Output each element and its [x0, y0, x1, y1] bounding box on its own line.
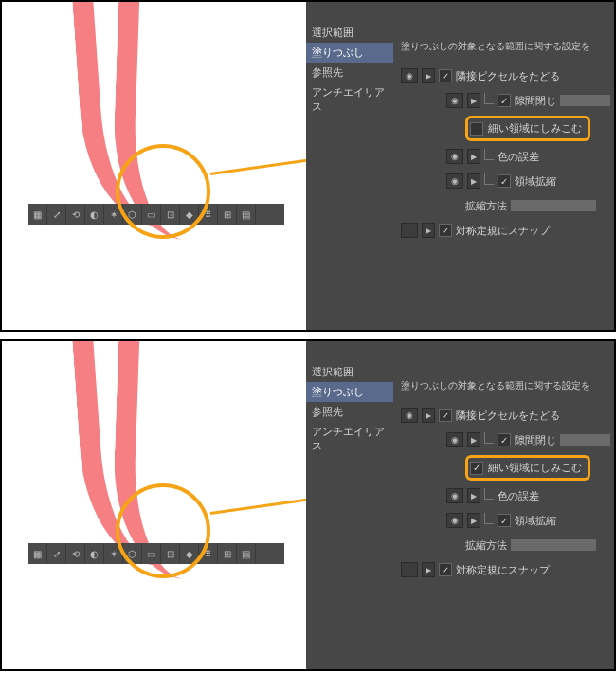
setting-row: ◉ ▶ 色の誤差 — [446, 486, 610, 505]
visibility-toggle[interactable]: ◉ — [401, 408, 418, 423]
checkbox[interactable]: ✓ — [439, 409, 452, 422]
visibility-toggle[interactable]: ◉ — [401, 68, 418, 83]
expand-toggle[interactable]: ▶ — [467, 93, 480, 108]
nav-item-fill[interactable]: 塗りつぶし — [306, 382, 393, 402]
nav-item-antialias[interactable]: アンチエイリアス — [306, 82, 393, 117]
setting-row-highlighted: 細い領域にしみこむ — [465, 116, 610, 141]
checkbox-seep-narrow[interactable]: ✓ — [470, 462, 483, 475]
setting-row: ◉ ▶ ✓ 隙間閉じ — [446, 91, 610, 110]
tool-icon[interactable]: ▤ — [237, 543, 256, 564]
setting-label: 隙間閉じ — [515, 94, 556, 108]
settings-list: ◉ ▶ ✓ 隣接ピクセルをたどる ◉ ▶ ✓ 隙間閉じ 細い領域にしみこむ — [401, 66, 610, 246]
tool-icon[interactable]: ▤ — [237, 204, 256, 225]
nav-item-selection[interactable]: 選択範囲 — [306, 362, 393, 382]
setting-label: 隣接ピクセルをたどる — [456, 409, 560, 423]
visibility-toggle[interactable]: ◉ — [446, 93, 463, 108]
tool-property-panel: 選択範囲 塗りつぶし 参照先 アンチエイリアス 塗りつぶしの対象となる範囲に関す… — [306, 2, 614, 332]
tool-icon[interactable]: ⟲ — [66, 543, 85, 564]
expand-toggle[interactable]: ▶ — [422, 68, 435, 83]
checkbox[interactable]: ✓ — [498, 94, 511, 107]
zoom-highlight-circle — [116, 144, 210, 239]
tool-icon[interactable]: ▦ — [28, 204, 47, 225]
visibility-toggle[interactable]: ◉ — [446, 432, 463, 447]
visibility-toggle[interactable] — [401, 562, 418, 577]
checkbox[interactable]: ✓ — [439, 69, 452, 82]
comparison-frame-bottom: ▦ ⤢ ⟲ ◐ ✶ ⬡ ▭ ⊡ ◆ ⠿ ⊞ ▤ 選択範囲 塗りつぶし 参照先 ア… — [0, 339, 616, 671]
visibility-toggle[interactable]: ◉ — [446, 488, 463, 503]
visibility-toggle[interactable]: ◉ — [446, 513, 463, 528]
visibility-toggle[interactable]: ◉ — [446, 149, 463, 164]
tree-connector — [484, 513, 494, 524]
nav-item-reference[interactable]: 参照先 — [306, 402, 393, 422]
nav-item-reference[interactable]: 参照先 — [306, 63, 393, 82]
tree-connector — [484, 149, 494, 160]
setting-label: 色の誤差 — [498, 489, 539, 503]
expand-toggle[interactable]: ▶ — [467, 149, 480, 164]
zoom-highlight-circle — [116, 483, 210, 578]
slider[interactable] — [560, 434, 610, 446]
tree-connector — [484, 432, 494, 444]
slider[interactable] — [511, 200, 596, 211]
highlight-box: ✓ 細い領域にしみこむ — [465, 455, 590, 481]
slider[interactable] — [511, 539, 596, 551]
checkbox[interactable]: ✓ — [439, 224, 452, 237]
comparison-frame-top: ▦ ⤢ ⟲ ◐ ✶ ⬡ ▭ ⊡ ◆ ⠿ ⊞ ▤ 選択範囲 塗りつぶし 参照先 ア… — [0, 0, 616, 332]
checkbox[interactable]: ✓ — [498, 433, 511, 446]
nav-item-antialias[interactable]: アンチエイリアス — [306, 422, 393, 456]
setting-label: 拡縮方法 — [465, 538, 507, 553]
nav-item-fill[interactable]: 塗りつぶし — [306, 43, 393, 63]
property-category-nav: 選択範囲 塗りつぶし 参照先 アンチエイリアス — [306, 362, 393, 456]
setting-row: 拡縮方法 — [465, 196, 610, 215]
slider[interactable] — [560, 95, 610, 106]
tool-icon[interactable]: ⊞ — [218, 543, 237, 564]
checkbox[interactable]: ✓ — [498, 514, 511, 527]
expand-toggle[interactable]: ▶ — [422, 408, 435, 423]
setting-row: ▶ ✓ 対称定規にスナップ — [401, 221, 610, 240]
nav-item-selection[interactable]: 選択範囲 — [306, 23, 393, 43]
tree-connector — [484, 173, 494, 185]
panel-description: 塗りつぶしの対象となる範囲に関する設定を — [401, 40, 590, 53]
tool-icon[interactable]: ⤢ — [47, 543, 66, 564]
setting-label: 領域拡縮 — [515, 174, 556, 189]
setting-row: ◉ ▶ ✓ 領域拡縮 — [446, 511, 610, 530]
visibility-toggle[interactable] — [401, 223, 418, 238]
tool-icon[interactable]: ▦ — [28, 543, 47, 564]
expand-toggle[interactable]: ▶ — [422, 562, 435, 577]
setting-label: 対称定規にスナップ — [456, 224, 550, 238]
setting-label: 拡縮方法 — [465, 199, 507, 213]
checkbox-seep-narrow[interactable] — [470, 122, 483, 136]
expand-toggle[interactable]: ▶ — [467, 513, 480, 528]
expand-toggle[interactable]: ▶ — [422, 223, 435, 238]
highlight-box: 細い領域にしみこむ — [465, 116, 590, 141]
setting-row-highlighted: ✓ 細い領域にしみこむ — [465, 455, 610, 481]
setting-label: 細い領域にしみこむ — [488, 461, 582, 475]
tree-connector — [484, 488, 494, 500]
panel-description: 塗りつぶしの対象となる範囲に関する設定を — [401, 379, 590, 392]
tool-icon[interactable]: ◐ — [85, 204, 104, 225]
setting-label: 領域拡縮 — [515, 514, 556, 528]
tool-icon[interactable]: ◐ — [85, 543, 104, 564]
tool-icon[interactable]: ⤢ — [47, 204, 66, 225]
setting-row: 拡縮方法 — [465, 536, 610, 555]
expand-toggle[interactable]: ▶ — [467, 173, 480, 189]
expand-toggle[interactable]: ▶ — [467, 488, 480, 503]
tool-icon[interactable]: ⊞ — [218, 204, 237, 225]
setting-label: 対称定規にスナップ — [456, 563, 550, 577]
setting-row: ◉ ▶ ✓ 隣接ピクセルをたどる — [401, 406, 610, 425]
setting-row: ◉ ▶ ✓ 隣接ピクセルをたどる — [401, 66, 610, 85]
setting-row: ◉ ▶ ✓ 隙間閉じ — [446, 430, 610, 449]
tool-property-panel: 選択範囲 塗りつぶし 参照先 アンチエイリアス 塗りつぶしの対象となる範囲に関す… — [306, 341, 614, 671]
tool-icon[interactable]: ⟲ — [66, 204, 85, 225]
setting-row: ▶ ✓ 対称定規にスナップ — [401, 560, 610, 579]
setting-label: 隙間閉じ — [515, 433, 556, 447]
settings-list: ◉ ▶ ✓ 隣接ピクセルをたどる ◉ ▶ ✓ 隙間閉じ ✓ 細い領域にしみこむ — [401, 406, 610, 585]
setting-row: ◉ ▶ 色の誤差 — [446, 147, 610, 166]
setting-label: 隣接ピクセルをたどる — [456, 69, 560, 83]
tree-connector — [484, 93, 494, 104]
visibility-toggle[interactable]: ◉ — [446, 173, 463, 189]
setting-label: 細い領域にしみこむ — [488, 121, 582, 136]
expand-toggle[interactable]: ▶ — [467, 432, 480, 447]
checkbox[interactable]: ✓ — [439, 563, 452, 576]
checkbox[interactable]: ✓ — [498, 174, 511, 188]
setting-row: ◉ ▶ ✓ 領域拡縮 — [446, 172, 610, 191]
